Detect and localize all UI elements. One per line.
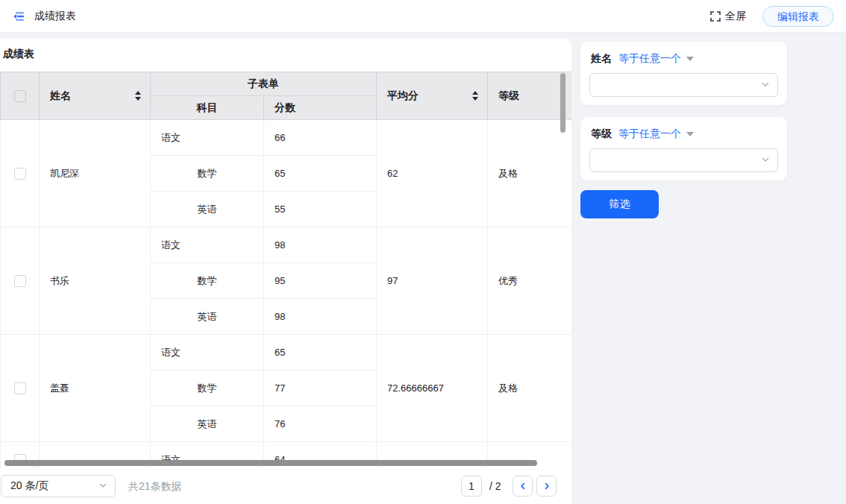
subject-cell: 语文 — [151, 335, 264, 371]
table-title: 成绩表 — [3, 48, 34, 61]
grade-table-body: 凯尼深语文6662及格数学65英语55书乐语文9897优秀数学95英语98盖聂语… — [1, 120, 572, 469]
filter-submit-button[interactable]: 筛选 — [580, 190, 659, 218]
fullscreen-icon — [710, 11, 721, 22]
average-cell: 62 — [377, 120, 488, 227]
score-cell: 98 — [264, 227, 377, 263]
filter-card-grade: 等级 等于任意一个 — [580, 117, 787, 180]
subject-cell: 数学 — [151, 371, 264, 406]
score-cell: 55 — [264, 192, 377, 227]
subject-cell: 语文 — [151, 120, 264, 156]
edit-report-button[interactable]: 编辑报表 — [762, 6, 834, 27]
average-header-cell: 平均分 — [377, 72, 488, 120]
subject-cell: 数学 — [151, 156, 264, 192]
chevron-down-icon — [761, 79, 770, 91]
filter-head: 等级 等于任意一个 — [591, 127, 694, 141]
select-all-checkbox[interactable] — [14, 90, 26, 102]
name-cell: 书乐 — [40, 227, 151, 335]
filter-field-label: 姓名 — [591, 52, 612, 66]
row-select-cell — [1, 227, 40, 335]
table-row: 盖聂语文6572.66666667及格 — [1, 335, 572, 371]
page-title: 成绩报表 — [34, 10, 76, 23]
score-cell: 95 — [264, 263, 377, 299]
name-header-cell: 姓名 — [40, 72, 151, 120]
average-sort-icon[interactable] — [472, 91, 478, 101]
page-total-label: / 2 — [489, 468, 501, 504]
row-checkbox[interactable] — [14, 275, 26, 287]
grade-table: 姓名 子表单 平均分 等级 科目 分数 — [0, 72, 571, 468]
next-page-button[interactable] — [536, 476, 557, 497]
page: { "topbar": { "title": "成绩报表", "fullscre… — [0, 0, 846, 504]
table-header: 姓名 子表单 平均分 等级 科目 分数 — [1, 72, 572, 120]
average-header-label: 平均分 — [387, 89, 472, 103]
table-row: 凯尼深语文6662及格 — [1, 120, 572, 156]
name-cell: 盖聂 — [40, 335, 151, 442]
page-number-input[interactable] — [461, 476, 482, 497]
grade-cell: 及格 — [488, 120, 572, 227]
name-sort-icon[interactable] — [135, 91, 141, 101]
score-cell: 98 — [264, 299, 377, 335]
page-size-value: 20 条/页 — [10, 479, 48, 493]
score-cell: 76 — [264, 406, 377, 442]
subject-header-cell: 科目 — [151, 96, 264, 120]
subform-header-cell: 子表单 — [151, 72, 377, 96]
grade-cell: 优秀 — [488, 227, 572, 335]
score-cell: 65 — [264, 335, 377, 371]
row-select-cell — [1, 120, 40, 227]
triangle-down-icon — [686, 57, 694, 61]
fullscreen-label: 全屏 — [725, 10, 746, 23]
chevron-down-icon — [98, 480, 107, 492]
filter-grade-select[interactable] — [589, 148, 778, 172]
grade-header-cell: 等级 — [488, 72, 572, 120]
fullscreen-button[interactable]: 全屏 — [710, 10, 746, 23]
filter-operator-link[interactable]: 等于任意一个 — [618, 52, 681, 66]
table-viewport: 姓名 子表单 平均分 等级 科目 分数 — [0, 72, 571, 468]
row-checkbox[interactable] — [14, 168, 26, 180]
filter-card-name: 姓名 等于任意一个 — [580, 42, 787, 105]
name-cell: 凯尼深 — [40, 120, 151, 227]
score-header-cell: 分数 — [264, 96, 377, 120]
row-checkbox[interactable] — [14, 382, 26, 394]
score-cell: 65 — [264, 156, 377, 192]
filter-head: 姓名 等于任意一个 — [591, 52, 694, 66]
vertical-scrollbar-thumb[interactable] — [560, 73, 565, 133]
row-select-cell — [1, 335, 40, 442]
grade-cell: 及格 — [488, 335, 572, 442]
collapse-menu-icon[interactable] — [12, 10, 25, 23]
subject-cell: 英语 — [151, 192, 264, 227]
filter-field-label: 等级 — [591, 127, 612, 141]
subject-cell: 英语 — [151, 406, 264, 442]
subject-cell: 英语 — [151, 299, 264, 335]
filter-name-select[interactable] — [589, 73, 778, 97]
subject-cell: 数学 — [151, 263, 264, 299]
triangle-down-icon — [686, 132, 694, 136]
average-cell: 97 — [377, 227, 488, 335]
score-cell: 77 — [264, 371, 377, 406]
subject-cell: 语文 — [151, 227, 264, 263]
total-count-label: 共21条数据 — [128, 468, 182, 504]
horizontal-scrollbar-thumb[interactable] — [4, 460, 537, 466]
score-cell: 66 — [264, 120, 377, 156]
previous-page-button[interactable] — [513, 476, 533, 497]
average-cell: 72.66666667 — [377, 335, 488, 442]
chevron-down-icon — [761, 154, 770, 166]
select-all-cell — [1, 72, 40, 120]
name-header-label: 姓名 — [50, 89, 135, 103]
filter-operator-link[interactable]: 等于任意一个 — [618, 127, 681, 141]
topbar: 成绩报表 全屏 编辑报表 — [0, 0, 846, 33]
table-row: 书乐语文9897优秀 — [1, 227, 572, 263]
page-size-select[interactable]: 20 条/页 — [1, 475, 116, 497]
pagination-bar: 20 条/页 共21条数据 / 2 — [0, 468, 571, 504]
report-card: 成绩表 姓名 子表单 — [0, 39, 571, 504]
